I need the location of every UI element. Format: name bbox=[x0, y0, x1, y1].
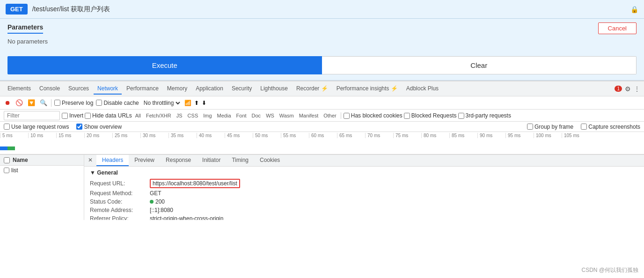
filter-doc[interactable]: Doc bbox=[250, 112, 263, 119]
group-by-frame-checkbox[interactable] bbox=[527, 124, 533, 130]
filter-font[interactable]: Font bbox=[234, 112, 249, 119]
show-overview-label[interactable]: Show overview bbox=[76, 124, 122, 130]
blocked-requests-checkbox[interactable] bbox=[404, 113, 410, 119]
large-rows-checkbox[interactable] bbox=[4, 124, 10, 130]
filter-css[interactable]: CSS bbox=[186, 112, 200, 119]
third-party-label[interactable]: 3rd-party requests bbox=[458, 112, 511, 119]
has-blocked-cookies-checkbox[interactable] bbox=[344, 113, 350, 119]
name-panel: Name list bbox=[0, 155, 84, 220]
tab-recorder[interactable]: Recorder ⚡ bbox=[293, 83, 332, 95]
invert-label[interactable]: Invert bbox=[62, 112, 83, 119]
third-party-text: 3rd-party requests bbox=[466, 112, 511, 119]
invert-checkbox[interactable] bbox=[62, 113, 68, 119]
name-header-checkbox[interactable] bbox=[4, 157, 10, 163]
mark-10ms: 10 ms bbox=[28, 133, 56, 138]
field-request-url: Request URL: https://localhost:8080/test… bbox=[90, 178, 638, 189]
mark-85ms: 85 ms bbox=[449, 133, 477, 138]
tab-performance-insights[interactable]: Performance insights ⚡ bbox=[333, 83, 402, 95]
referrer-policy-label: Referrer Policy: bbox=[90, 215, 146, 220]
filter-input[interactable] bbox=[4, 111, 60, 120]
tab-initiator[interactable]: Initiator bbox=[197, 155, 226, 166]
large-rows-label[interactable]: Use large request rows bbox=[4, 124, 69, 130]
tab-network[interactable]: Network bbox=[94, 83, 122, 95]
tab-application[interactable]: Application bbox=[192, 83, 227, 95]
mark-105ms: 105 ms bbox=[562, 133, 590, 138]
record-button[interactable]: ⏺ bbox=[4, 98, 12, 107]
third-party-checkbox[interactable] bbox=[458, 113, 464, 119]
tab-headers[interactable]: Headers bbox=[96, 155, 129, 166]
download-icon: ⬇ bbox=[202, 100, 206, 106]
mark-50ms: 50 ms bbox=[253, 133, 281, 138]
filter-other[interactable]: Other bbox=[322, 112, 338, 119]
has-blocked-cookies-label[interactable]: Has blocked cookies bbox=[344, 112, 402, 119]
search-button[interactable]: 🔍 bbox=[39, 98, 48, 107]
name-header: Name bbox=[0, 155, 84, 166]
tab-cookies[interactable]: Cookies bbox=[254, 155, 285, 166]
disable-cache-checkbox[interactable] bbox=[96, 100, 102, 106]
clear-network-button[interactable]: 🚫 bbox=[15, 98, 24, 107]
filter-img[interactable]: Img bbox=[201, 112, 213, 119]
tab-console[interactable]: Console bbox=[36, 83, 64, 95]
filter-all[interactable]: All bbox=[133, 112, 143, 119]
filter-manifest[interactable]: Manifest bbox=[297, 112, 321, 119]
mark-70ms: 70 ms bbox=[365, 133, 393, 138]
filter-fetch-xhr[interactable]: Fetch/XHR bbox=[144, 112, 173, 119]
tab-preview[interactable]: Preview bbox=[129, 155, 160, 166]
upload-icon: ⬆ bbox=[194, 100, 199, 106]
list-row-checkbox[interactable] bbox=[4, 168, 9, 173]
filter-media[interactable]: Media bbox=[215, 112, 233, 119]
tab-timing[interactable]: Timing bbox=[226, 155, 254, 166]
cancel-button[interactable]: Cancel bbox=[598, 22, 637, 34]
capture-screenshots-checkbox[interactable] bbox=[581, 124, 587, 130]
detail-panel: ✕ Headers Preview Response Initiator Tim… bbox=[84, 155, 644, 220]
execute-clear-row: Execute Clear bbox=[0, 52, 644, 80]
devtools-panel: Elements Console Sources Network Perform… bbox=[0, 80, 644, 220]
tab-elements[interactable]: Elements bbox=[4, 83, 35, 95]
hide-data-urls-checkbox[interactable] bbox=[85, 113, 91, 119]
preserve-log-label[interactable]: Preserve log bbox=[54, 100, 93, 106]
field-referrer-policy: Referrer Policy: strict-origin-when-cros… bbox=[90, 214, 638, 220]
execute-button[interactable]: Execute bbox=[7, 56, 322, 74]
show-overview-text: Show overview bbox=[84, 124, 122, 130]
mark-60ms: 60 ms bbox=[309, 133, 337, 138]
disable-cache-text: Disable cache bbox=[103, 100, 139, 106]
api-panel: GET /test/user/list 获取用户列表 🔒 Parameters … bbox=[0, 0, 644, 80]
capture-screenshots-label[interactable]: Capture screenshots bbox=[581, 124, 640, 130]
group-by-frame-text: Group by frame bbox=[534, 124, 573, 130]
disable-cache-label[interactable]: Disable cache bbox=[96, 100, 139, 106]
status-dot bbox=[150, 200, 154, 204]
list-row-name[interactable]: list bbox=[11, 167, 18, 174]
hide-data-urls-label[interactable]: Hide data URLs bbox=[85, 112, 132, 119]
clear-button[interactable]: Clear bbox=[322, 56, 637, 74]
tab-adblock[interactable]: Adblock Plus bbox=[402, 83, 442, 95]
blocked-requests-label[interactable]: Blocked Requests bbox=[404, 112, 457, 119]
timeline-ruler: 5 ms 10 ms 15 ms 20 ms 25 ms 30 ms 35 ms… bbox=[0, 132, 644, 141]
table-row: list bbox=[0, 166, 84, 175]
timeline: 5 ms 10 ms 15 ms 20 ms 25 ms 30 ms 35 ms… bbox=[0, 132, 644, 154]
close-detail-button[interactable]: ✕ bbox=[84, 155, 96, 166]
bar-green bbox=[7, 146, 15, 150]
filter-wasm[interactable]: Wasm bbox=[278, 112, 296, 119]
tab-memory[interactable]: Memory bbox=[163, 83, 191, 95]
tab-response[interactable]: Response bbox=[160, 155, 197, 166]
show-overview-checkbox[interactable] bbox=[76, 124, 82, 130]
group-by-frame-label[interactable]: Group by frame bbox=[527, 124, 573, 130]
filter-ws[interactable]: WS bbox=[264, 112, 276, 119]
tab-security[interactable]: Security bbox=[228, 83, 256, 95]
params-title: Parameters bbox=[7, 23, 43, 34]
preserve-log-checkbox[interactable] bbox=[54, 100, 60, 106]
filter-js[interactable]: JS bbox=[175, 112, 184, 119]
invert-text: Invert bbox=[69, 112, 83, 119]
throttle-select[interactable]: No throttling bbox=[142, 99, 182, 107]
remote-address-label: Remote Address: bbox=[90, 207, 146, 213]
watermark: CSDN @何以我们孤独 bbox=[581, 266, 638, 274]
settings-icon[interactable]: ⚙ bbox=[625, 85, 631, 93]
filter-button[interactable]: 🔽 bbox=[27, 98, 36, 107]
tab-performance[interactable]: Performance bbox=[123, 83, 162, 95]
more-icon[interactable]: ⋮ bbox=[634, 85, 640, 93]
network-toolbar: ⏺ 🚫 🔽 🔍 Preserve log Disable cache No th… bbox=[0, 96, 644, 110]
request-method-value: GET bbox=[150, 190, 161, 197]
tab-lighthouse[interactable]: Lighthouse bbox=[256, 83, 292, 95]
field-request-method: Request Method: GET bbox=[90, 189, 638, 198]
tab-sources[interactable]: Sources bbox=[65, 83, 93, 95]
